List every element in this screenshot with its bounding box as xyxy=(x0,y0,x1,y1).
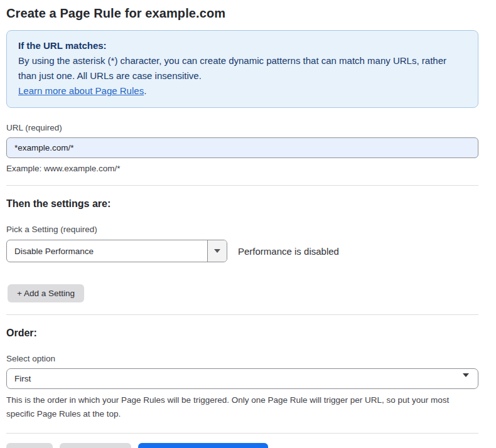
order-help-text: This is the order in which your Page Rul… xyxy=(6,393,476,421)
info-callout-link-line: Learn more about Page Rules. xyxy=(18,83,466,99)
url-match-info-callout: If the URL matches: By using the asteris… xyxy=(6,30,478,108)
setting-select[interactable]: Disable Performance xyxy=(6,240,227,262)
add-setting-button[interactable]: + Add a Setting xyxy=(8,284,84,302)
order-select-value: First xyxy=(14,374,31,383)
chevron-down-icon xyxy=(214,249,220,253)
page-title: Create a Page Rule for example.com xyxy=(6,6,478,21)
order-section-heading: Order: xyxy=(6,328,478,339)
info-callout-body: By using the asterisk (*) character, you… xyxy=(18,53,466,83)
setting-select-arrow-button[interactable] xyxy=(207,240,227,262)
setting-status-text: Performance is disabled xyxy=(238,246,339,257)
settings-section-heading: Then the settings are: xyxy=(6,198,478,210)
create-page-rule-form: Create a Page Rule for example.com If th… xyxy=(0,0,496,448)
section-divider xyxy=(6,314,478,315)
info-callout-heading: If the URL matches: xyxy=(18,38,466,53)
cancel-button[interactable]: Cancel xyxy=(6,443,53,448)
setting-picker-row: Disable Performance Performance is disab… xyxy=(6,240,478,262)
setting-select-value: Disable Performance xyxy=(7,240,207,262)
learn-more-link[interactable]: Learn more about Page Rules xyxy=(18,85,144,96)
section-divider xyxy=(6,185,478,186)
link-suffix-text: . xyxy=(144,85,146,96)
url-example-text: Example: www.example.com/* xyxy=(6,164,478,173)
save-as-draft-button[interactable]: Save as Draft xyxy=(60,443,131,448)
footer-divider xyxy=(6,433,478,434)
order-select-label: Select option xyxy=(6,354,478,363)
order-select[interactable]: First xyxy=(6,368,478,389)
save-and-deploy-button[interactable]: Save and Deploy Page Rule xyxy=(138,443,269,448)
url-input[interactable] xyxy=(6,137,478,158)
url-field-label: URL (required) xyxy=(6,123,478,132)
footer-actions: Cancel Save as Draft Save and Deploy Pag… xyxy=(6,443,478,448)
setting-picker-label: Pick a Setting (required) xyxy=(6,225,478,234)
chevron-down-icon xyxy=(463,377,469,387)
